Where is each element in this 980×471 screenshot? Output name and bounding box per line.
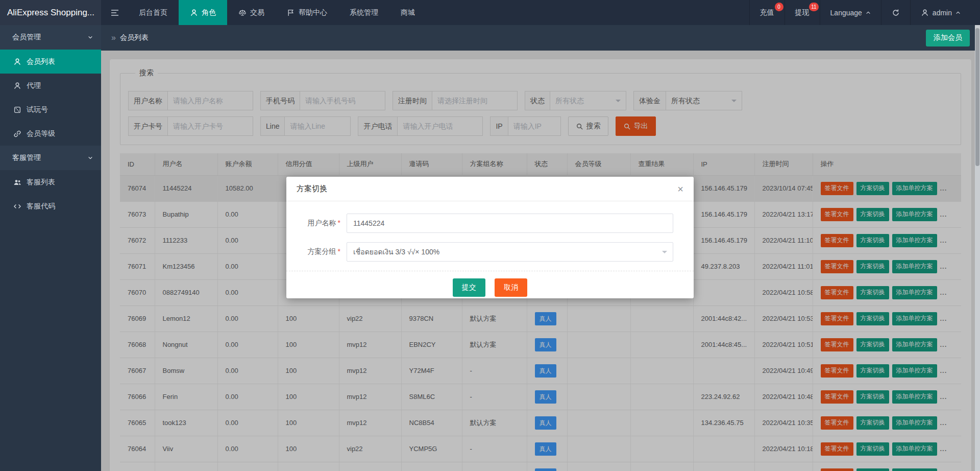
breadcrumb: 会员列表 bbox=[120, 33, 149, 42]
top-navbar: AliExpress Shopping... 后台首页 角色 交易 帮助中心 系… bbox=[0, 0, 980, 25]
users-icon bbox=[13, 178, 21, 186]
flag-icon bbox=[287, 9, 295, 17]
breadcrumb-arrows-icon: » bbox=[111, 33, 116, 42]
breadcrumb-bar: » 会员列表 添加会员 bbox=[101, 25, 980, 51]
user-icon bbox=[13, 82, 21, 90]
vertical-scrollbar[interactable] bbox=[975, 25, 980, 471]
scales-icon bbox=[238, 9, 247, 17]
chevron-up-icon bbox=[866, 10, 871, 15]
modal-username-row: 用户名称* bbox=[286, 214, 678, 233]
refresh-icon bbox=[892, 9, 900, 17]
modal-footer: 提交 取消 bbox=[286, 278, 694, 297]
modal-title: 方案切换 bbox=[297, 184, 677, 194]
sidebar-item-support-code[interactable]: 客服代码 bbox=[0, 194, 101, 218]
hamburger-icon bbox=[110, 9, 118, 17]
sidebar-group-support-management[interactable]: 客服管理 bbox=[0, 146, 101, 170]
recharge-button[interactable]: 充值 0 bbox=[749, 0, 785, 25]
modal-username-input[interactable] bbox=[347, 214, 673, 233]
sidebar: 会员管理 会员列表 代理 试玩号 会员等级 客服管理 客服列表 客服代码 bbox=[0, 25, 101, 471]
modal-header: 方案切换 × bbox=[286, 177, 694, 201]
submit-button[interactable]: 提交 bbox=[453, 278, 485, 297]
user-icon bbox=[13, 58, 21, 66]
admin-menu[interactable]: admin bbox=[910, 0, 971, 25]
chevron-down-icon bbox=[88, 35, 93, 40]
sidebar-item-member-levels[interactable]: 会员等级 bbox=[0, 122, 101, 146]
main-menu: 后台首页 角色 交易 帮助中心 系统管理 商城 bbox=[128, 0, 426, 25]
nav-item-help-center[interactable]: 帮助中心 bbox=[276, 0, 338, 25]
cancel-button[interactable]: 取消 bbox=[495, 278, 527, 297]
plan-switch-modal: 方案切换 × 用户名称* 方案分组* เชื่อดยอดเงิน 3/3 √√×… bbox=[286, 177, 694, 298]
nav-item-system[interactable]: 系统管理 bbox=[338, 0, 389, 25]
menu-toggle-button[interactable] bbox=[101, 0, 128, 25]
required-asterisk: * bbox=[338, 247, 340, 255]
scrollbar-thumb[interactable] bbox=[975, 28, 979, 166]
nav-item-mall[interactable]: 商城 bbox=[389, 0, 426, 25]
sidebar-item-agents[interactable]: 代理 bbox=[0, 74, 101, 98]
modal-body: 用户名称* 方案分组* เชื่อดยอดเงิน 3/3 √√× 100% bbox=[286, 201, 694, 262]
modal-plan-row: 方案分组* เชื่อดยอดเงิน 3/3 √√× 100% bbox=[286, 242, 678, 262]
code-icon bbox=[13, 202, 21, 210]
language-selector[interactable]: Language bbox=[820, 0, 881, 25]
sidebar-group-member-management[interactable]: 会员管理 bbox=[0, 25, 101, 50]
chevron-down-icon bbox=[88, 155, 93, 160]
nav-item-transactions[interactable]: 交易 bbox=[227, 0, 276, 25]
recharge-badge: 0 bbox=[775, 3, 783, 11]
withdraw-badge: 11 bbox=[809, 3, 818, 11]
sidebar-item-trial-accounts[interactable]: 试玩号 bbox=[0, 98, 101, 122]
nav-item-roles[interactable]: 角色 bbox=[179, 0, 227, 25]
app-logo: AliExpress Shopping... bbox=[0, 0, 101, 25]
nav-item-dashboard[interactable]: 后台首页 bbox=[128, 0, 179, 25]
navbar-right: 充值 0 提现 11 Language admin bbox=[749, 0, 971, 25]
modal-plan-select[interactable]: เชื่อดยอดเงิน 3/3 √√× 100% bbox=[347, 242, 673, 262]
dice-icon bbox=[13, 106, 21, 114]
link-icon bbox=[13, 130, 21, 138]
add-member-button[interactable]: 添加会员 bbox=[926, 30, 970, 46]
modal-divider bbox=[286, 271, 694, 271]
close-icon[interactable]: × bbox=[677, 184, 683, 194]
chevron-up-icon bbox=[955, 10, 961, 15]
sidebar-item-member-list[interactable]: 会员列表 bbox=[0, 50, 101, 74]
refresh-button[interactable] bbox=[881, 0, 910, 25]
user-icon bbox=[190, 9, 198, 17]
withdraw-button[interactable]: 提现 11 bbox=[785, 0, 820, 25]
required-asterisk: * bbox=[338, 219, 340, 227]
user-icon bbox=[921, 9, 929, 17]
sidebar-item-support-list[interactable]: 客服列表 bbox=[0, 170, 101, 194]
